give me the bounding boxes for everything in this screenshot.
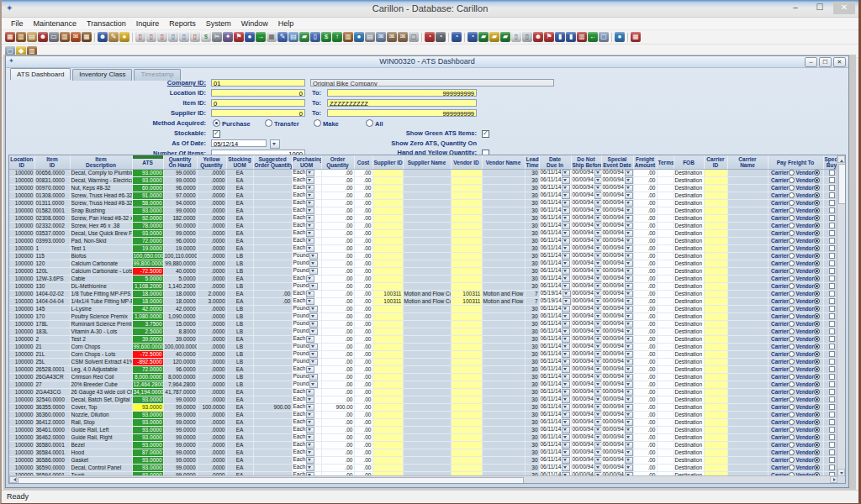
dns-dropdown-icon[interactable]	[594, 238, 601, 244]
dns-dropdown-icon[interactable]	[594, 389, 601, 396]
cell-dns[interactable]: 00/00/94	[571, 412, 601, 419]
cell-carid[interactable]	[704, 298, 727, 306]
due-dropdown-icon[interactable]	[562, 328, 570, 335]
dns-dropdown-icon[interactable]	[594, 359, 601, 365]
cell-terms[interactable]	[657, 359, 673, 366]
cell-cost[interactable]: .00	[354, 298, 372, 306]
due-dropdown-icon[interactable]	[562, 230, 570, 237]
dns-dropdown-icon[interactable]	[594, 200, 601, 207]
pay-freight-vendor-radio[interactable]	[814, 291, 820, 297]
dns-dropdown-icon[interactable]	[594, 170, 601, 176]
cell-venid[interactable]	[451, 200, 482, 207]
cell-sed[interactable]: 00/00/94	[601, 374, 633, 381]
pay-freight-carrier-radio[interactable]	[789, 412, 795, 417]
cell-supid[interactable]	[372, 283, 403, 291]
cell-venid[interactable]	[451, 260, 482, 268]
cell-cost[interactable]: .00	[354, 419, 372, 427]
due-dropdown-icon[interactable]	[562, 170, 570, 176]
cell-dns[interactable]: 00/00/94	[571, 230, 601, 238]
cell-venid[interactable]	[451, 396, 482, 404]
cell-carid[interactable]	[704, 207, 727, 215]
cell-oq[interactable]: .00	[321, 419, 354, 427]
globe3-icon[interactable]: ●	[615, 32, 625, 42]
cell-carid[interactable]	[704, 238, 727, 245]
cell-supid[interactable]	[372, 200, 403, 207]
pay-freight-vendor-radio[interactable]	[814, 200, 820, 206]
ledger-icon[interactable]: ▯	[310, 32, 320, 42]
pay-freight-vendor-radio[interactable]	[814, 381, 820, 387]
cell-dns[interactable]: 00/00/94	[571, 223, 601, 230]
due-dropdown-icon[interactable]	[562, 396, 570, 403]
pay-freight-vendor-radio[interactable]	[814, 223, 820, 228]
cell-venid[interactable]	[451, 457, 482, 465]
cell-cost[interactable]: .00	[354, 253, 372, 260]
cell-oq[interactable]: .00	[321, 291, 354, 298]
user-icon[interactable]: ☻	[98, 32, 108, 42]
tab-ats-dashboard[interactable]: ATS Dashboard	[10, 68, 71, 80]
pay-freight-carrier-radio[interactable]	[789, 260, 795, 266]
special-buy-checkbox[interactable]	[829, 207, 835, 213]
cell-due[interactable]: 06/11/14	[539, 351, 571, 359]
cell-oq[interactable]: .00	[321, 268, 354, 276]
cell-dns[interactable]: 00/00/94	[571, 207, 601, 215]
shipping-icon[interactable]: ▭	[49, 32, 59, 42]
cell-terms[interactable]	[657, 351, 673, 359]
globe2-icon[interactable]: ●	[354, 32, 364, 42]
due-dropdown-icon[interactable]	[562, 268, 570, 275]
cell-sed[interactable]: 00/00/94	[601, 185, 633, 192]
cell-fob[interactable]: Destination	[673, 192, 704, 200]
pay-freight-vendor-radio[interactable]	[814, 230, 820, 236]
cell-dns[interactable]: 00/00/94	[571, 306, 601, 313]
cell-dns[interactable]: 00/00/94	[571, 177, 601, 185]
cell-fr[interactable]: .00	[633, 321, 657, 328]
cell-venid[interactable]	[451, 245, 482, 253]
due-dropdown-icon[interactable]	[563, 298, 571, 305]
cell-fr[interactable]: .00	[633, 449, 657, 457]
cell-dns[interactable]: 00/00/94	[571, 351, 601, 359]
dns-dropdown-icon[interactable]	[594, 427, 601, 433]
cell-cost[interactable]: .00	[354, 396, 372, 404]
special-buy-checkbox[interactable]	[829, 396, 835, 402]
cell-oq[interactable]: .00	[321, 359, 354, 366]
cell-venid[interactable]	[451, 449, 482, 457]
cell-fob[interactable]: Destination	[673, 351, 704, 359]
pay-freight-carrier-radio[interactable]	[789, 374, 795, 380]
child-minimize-button[interactable]: –	[805, 57, 817, 67]
dns-dropdown-icon[interactable]	[594, 434, 601, 441]
cell-dns[interactable]: 00/00/94	[571, 192, 601, 200]
cell-due[interactable]: 06/11/14	[539, 170, 571, 177]
cell-due[interactable]: 06/11/14	[539, 207, 571, 215]
cell-sed[interactable]: 00/00/94	[601, 245, 633, 253]
cell-oq[interactable]: .00	[321, 276, 354, 283]
special-buy-checkbox[interactable]	[829, 238, 835, 244]
cell-due[interactable]: 06/11/14	[539, 192, 571, 200]
puom-dropdown-icon[interactable]	[309, 313, 318, 320]
cell-sed[interactable]: 00/00/94	[601, 306, 633, 313]
cell-due[interactable]: 06/11/14	[539, 412, 571, 419]
cell-dns[interactable]: 00/00/94	[571, 427, 601, 434]
cell-sed[interactable]: 00/00/94	[601, 412, 633, 419]
dns-dropdown-icon[interactable]	[594, 412, 601, 418]
sed-dropdown-icon[interactable]	[625, 449, 633, 456]
file-icon[interactable]: ▯	[511, 32, 521, 42]
pay-freight-vendor-radio[interactable]	[814, 313, 820, 319]
cell-fob[interactable]: Destination	[673, 313, 704, 321]
pay-freight-carrier-radio[interactable]	[789, 336, 795, 342]
cell-venid[interactable]	[451, 412, 482, 419]
dns-dropdown-icon[interactable]	[594, 253, 601, 260]
cell-fr[interactable]: .00	[633, 238, 657, 245]
due-dropdown-icon[interactable]	[562, 366, 570, 373]
cell-cost[interactable]: .00	[354, 276, 372, 283]
puom-dropdown-icon[interactable]	[306, 465, 314, 471]
go-arrow-icon[interactable]: →	[256, 32, 266, 42]
cell-sed[interactable]: 00/00/94	[601, 298, 633, 306]
cell-sed[interactable]: 00/00/94	[601, 283, 633, 291]
due-dropdown-icon[interactable]	[563, 291, 571, 297]
cell-fob[interactable]: Destination	[673, 268, 704, 276]
cell-sed[interactable]: 00/00/94	[601, 177, 633, 185]
special-buy-checkbox[interactable]	[829, 283, 835, 289]
cell-due[interactable]: 06/11/14	[539, 238, 571, 245]
puom-dropdown-icon[interactable]	[306, 177, 314, 184]
cell-supid[interactable]	[372, 404, 403, 412]
cell-puom[interactable]: Each	[292, 207, 321, 215]
